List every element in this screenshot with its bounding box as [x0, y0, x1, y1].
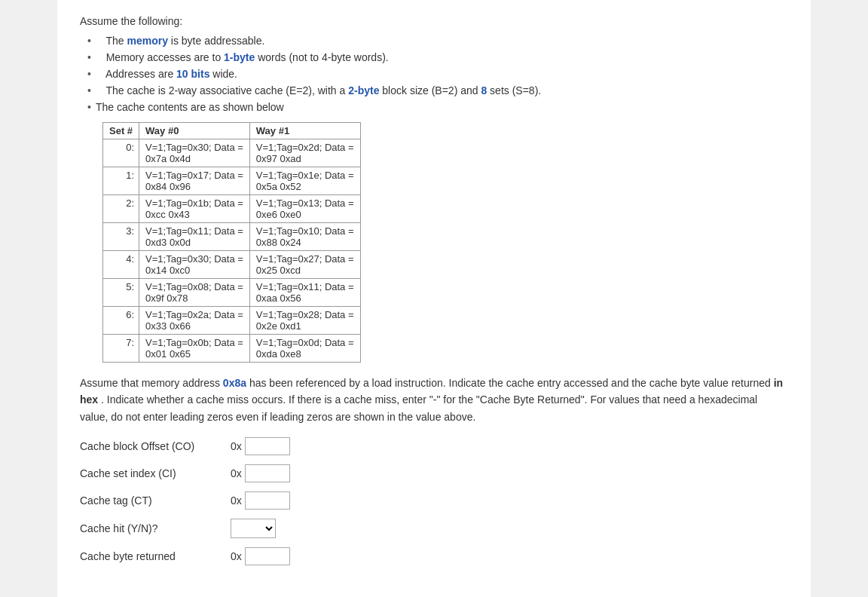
assume-heading: Assume the following: — [80, 15, 788, 27]
bullet-2: • Memory accesses are to 1-byte words (n… — [87, 51, 788, 63]
bullet-text-1: The memory is byte addressable. — [96, 35, 264, 47]
bullet-list: • The memory is byte addressable. • Memo… — [80, 35, 788, 113]
ci-label: Cache set index (CI) — [80, 467, 231, 479]
bullet-4: • The cache is 2-way associative cache (… — [87, 84, 788, 96]
highlight-1byte: 1-byte — [224, 51, 255, 63]
ct-label: Cache tag (CT) — [80, 494, 231, 507]
way0-6: V=1;Tag=0x2a; Data =0x33 0x66 — [139, 307, 250, 335]
form-section: Cache block Offset (CO) 0x Cache set ind… — [80, 437, 788, 565]
bullet-text-4: The cache is 2-way associative cache (E=… — [96, 84, 541, 96]
highlight-10bits: 10 bits — [176, 68, 209, 80]
highlight-2byte: 2-byte — [348, 84, 379, 96]
highlight-8sets: 8 — [481, 84, 487, 96]
way0-0: V=1;Tag=0x30; Data =0x7a 0x4d — [139, 139, 250, 167]
table-row: 6: V=1;Tag=0x2a; Data =0x33 0x66 V=1;Tag… — [103, 307, 361, 335]
set-2: 2: — [103, 195, 139, 223]
bullet-text-5: The cache contents are as shown below — [96, 101, 284, 113]
co-row: Cache block Offset (CO) 0x — [80, 437, 788, 455]
ct-input[interactable] — [245, 491, 290, 510]
set-0: 0: — [103, 139, 139, 167]
way0-5: V=1;Tag=0x08; Data =0x9f 0x78 — [139, 279, 250, 307]
bullet-1: • The memory is byte addressable. — [87, 35, 788, 47]
hit-label: Cache hit (Y/N)? — [80, 522, 231, 534]
byte-prefix: 0x — [231, 550, 242, 562]
way0-1: V=1;Tag=0x17; Data =0x84 0x96 — [139, 167, 250, 195]
table-row: 5: V=1;Tag=0x08; Data =0x9f 0x78 V=1;Tag… — [103, 279, 361, 307]
way1-3: V=1;Tag=0x10; Data =0x88 0x24 — [249, 223, 360, 251]
bullet-dot-4: • — [87, 84, 91, 96]
way1-5: V=1;Tag=0x11; Data =0xaa 0x56 — [249, 279, 360, 307]
in-hex-bold: in hex — [80, 377, 783, 406]
col-header-set: Set # — [103, 123, 139, 139]
table-row: 1: V=1;Tag=0x17; Data =0x84 0x96 V=1;Tag… — [103, 167, 361, 195]
col-header-way1: Way #1 — [249, 123, 360, 139]
bullet-text-2: Memory accesses are to 1-byte words (not… — [96, 51, 389, 63]
table-row: 7: V=1;Tag=0x0b; Data =0x01 0x65 V=1;Tag… — [103, 335, 361, 363]
byte-label: Cache byte returned — [80, 550, 231, 562]
set-5: 5: — [103, 279, 139, 307]
set-1: 1: — [103, 167, 139, 195]
co-input[interactable] — [245, 437, 290, 455]
table-row: 2: V=1;Tag=0x1b; Data =0xcc 0x43 V=1;Tag… — [103, 195, 361, 223]
hit-row: Cache hit (Y/N)? Y N — [80, 519, 788, 538]
hit-select[interactable]: Y N — [231, 519, 276, 538]
page-container: Assume the following: • The memory is by… — [57, 0, 811, 597]
table-row: 4: V=1;Tag=0x30; Data =0x14 0xc0 V=1;Tag… — [103, 251, 361, 279]
table-row: 3: V=1;Tag=0x11; Data =0xd3 0x0d V=1;Tag… — [103, 223, 361, 251]
ct-row: Cache tag (CT) 0x — [80, 491, 788, 510]
way0-4: V=1;Tag=0x30; Data =0x14 0xc0 — [139, 251, 250, 279]
co-prefix: 0x — [231, 440, 242, 452]
way1-7: V=1;Tag=0x0d; Data =0xda 0xe8 — [249, 335, 360, 363]
set-3: 3: — [103, 223, 139, 251]
set-4: 4: — [103, 251, 139, 279]
memory-address: 0x8a — [223, 377, 246, 389]
ci-prefix: 0x — [231, 467, 242, 479]
way1-4: V=1;Tag=0x27; Data =0x25 0xcd — [249, 251, 360, 279]
table-row: 0: V=1;Tag=0x30; Data =0x7a 0x4d V=1;Tag… — [103, 139, 361, 167]
bullet-dot-2: • — [87, 51, 91, 63]
bullet-5: • The cache contents are as shown below — [87, 101, 788, 113]
highlight-memory: memory — [127, 35, 167, 47]
byte-input[interactable] — [245, 547, 290, 565]
way1-1: V=1;Tag=0x1e; Data =0x5a 0x52 — [249, 167, 360, 195]
set-6: 6: — [103, 307, 139, 335]
bullet-dot-5: • — [87, 101, 91, 113]
ci-row: Cache set index (CI) 0x — [80, 464, 788, 482]
bullet-dot-3: • — [87, 68, 91, 80]
bullet-dot-1: • — [87, 35, 91, 47]
way0-2: V=1;Tag=0x1b; Data =0xcc 0x43 — [139, 195, 250, 223]
way0-7: V=1;Tag=0x0b; Data =0x01 0x65 — [139, 335, 250, 363]
set-7: 7: — [103, 335, 139, 363]
cache-table: Set # Way #0 Way #1 0: V=1;Tag=0x30; Dat… — [102, 122, 361, 363]
way0-3: V=1;Tag=0x11; Data =0xd3 0x0d — [139, 223, 250, 251]
co-label: Cache block Offset (CO) — [80, 440, 231, 452]
way1-0: V=1;Tag=0x2d; Data =0x97 0xad — [249, 139, 360, 167]
way1-6: V=1;Tag=0x28; Data =0x2e 0xd1 — [249, 307, 360, 335]
way1-2: V=1;Tag=0x13; Data =0xe6 0xe0 — [249, 195, 360, 223]
col-header-way0: Way #0 — [139, 123, 250, 139]
byte-row: Cache byte returned 0x — [80, 547, 788, 565]
ci-input[interactable] — [245, 464, 290, 482]
description-text: Assume that memory address 0x8a has been… — [80, 375, 788, 425]
bullet-text-3: Addresses are 10 bits wide. — [96, 68, 237, 80]
bullet-3: • Addresses are 10 bits wide. — [87, 68, 788, 80]
ct-prefix: 0x — [231, 494, 242, 507]
